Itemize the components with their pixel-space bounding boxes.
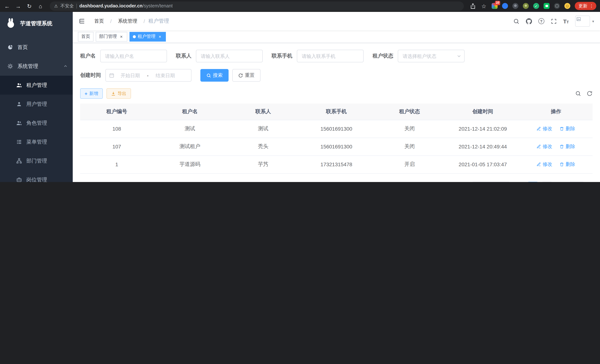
plus-icon: + [84,91,87,96]
edit-link[interactable]: 修改 [537,161,552,168]
breadcrumb-home[interactable]: 首页 [94,18,104,25]
list-icon [16,139,22,145]
contact-input[interactable] [196,50,263,62]
users-icon [16,120,22,126]
breadcrumb: 首页 / 系统管理 / 租户管理 [91,18,169,25]
sidebar-item-dept[interactable]: 部门管理 [0,151,73,170]
add-button[interactable]: + 新增 [80,88,103,99]
mobile-input[interactable] [297,50,364,62]
extension-icon[interactable] [512,3,518,9]
sidebar-item-tenant[interactable]: 租户管理 [0,76,73,95]
github-icon[interactable] [525,18,532,24]
extensions-icon[interactable]: 10 [492,3,497,9]
cell-id: 108 [80,120,153,138]
profile-avatar-icon[interactable]: ☺ [564,3,570,9]
extension-icon[interactable] [554,3,560,9]
delete-link[interactable]: 删除 [560,125,575,132]
start-date-input[interactable] [116,73,144,78]
avatar[interactable]: ▾ [575,16,594,27]
tenant-name-label: 租户名 [80,53,96,59]
menu-label: 角色管理 [26,120,47,126]
divider [76,3,77,8]
bookmark-star-icon[interactable]: ☆ [480,3,487,9]
menu-label: 岗位管理 [26,177,47,182]
cell-ops: 修改 删除 [519,120,593,138]
extension-icon[interactable] [544,3,550,9]
browser-toolbar: ← → ↻ ⌂ ⚠ 不安全 dashboard.yudao.iocoder.cn… [0,0,600,12]
update-button[interactable]: 更新 ⋮ [575,2,596,10]
cell-mobile: 15601691300 [300,120,373,138]
close-icon[interactable]: × [119,34,124,39]
update-label: 更新 [579,3,587,9]
breadcrumb-current: 租户管理 [149,18,169,25]
extension-icon[interactable] [523,3,529,9]
fullscreen-icon[interactable] [551,18,557,24]
refresh-icon[interactable] [587,91,593,96]
prev-page-button[interactable] [514,182,524,182]
search-button[interactable]: 搜索 [200,69,229,82]
app-title: 芋道管理系统 [20,20,52,27]
sidebar-item-post[interactable]: 岗位管理 [0,170,73,182]
tenant-name-input[interactable] [100,50,167,62]
security-label: 不安全 [60,3,74,9]
sidebar-toggle-icon[interactable] [79,18,85,25]
toggle-search-icon[interactable] [575,91,581,96]
next-page-button[interactable] [542,182,552,182]
table-row: 1 芋道源码 芋艿 17321315478 开启 2021-01-05 17:0… [80,156,593,173]
tenant-status-input[interactable] [398,50,465,62]
sidebar-item-role[interactable]: 角色管理 [0,113,73,132]
page-size-select[interactable]: 10条/页 [472,182,510,182]
reload-icon[interactable]: ↻ [26,3,33,9]
end-date-input[interactable] [151,73,179,78]
page-1-button[interactable]: 1 [528,182,538,182]
extension-check-icon[interactable]: ✓ [533,3,539,9]
cell-ops: 修改 删除 [519,138,593,156]
font-size-icon[interactable]: TT [563,18,569,24]
sidebar-item-home[interactable]: 首页 [0,38,73,57]
tab-dept[interactable]: 部门管理 × [96,32,127,41]
create-time-label: 创建时间 [80,72,101,79]
app-logo[interactable]: 芋道管理系统 [0,12,73,35]
status-label: 租户状态 [373,53,393,59]
col-header-ops: 操作 [519,103,593,120]
sidebar-item-user[interactable]: 用户管理 [0,95,73,113]
cell-contact: 测试 [226,120,300,138]
back-icon[interactable]: ← [4,3,10,9]
filter-row-1: 租户名 联系人 联系手机 租户状态 [80,50,593,62]
extension-icon[interactable] [502,3,508,9]
cell-contact: 芋艿 [226,156,300,173]
menu-label: 首页 [18,44,28,51]
edit-link[interactable]: 修改 [537,125,552,132]
home-icon[interactable]: ⌂ [37,3,44,9]
help-icon[interactable]: ? [538,18,544,24]
address-bar[interactable]: ⚠ 不安全 dashboard.yudao.iocoder.cn/system/… [50,1,464,10]
active-dot [133,35,136,38]
forward-icon[interactable]: → [15,3,21,9]
cell-name: 测试租户 [153,138,227,156]
reset-button[interactable]: 重置 [232,69,261,82]
tab-home[interactable]: 首页 [78,32,94,41]
sidebar-item-system[interactable]: 系统管理 [0,57,73,76]
edit-link[interactable]: 修改 [537,143,552,150]
share-icon[interactable] [470,3,476,9]
close-icon[interactable]: × [157,34,162,39]
download-icon [111,91,116,96]
export-button[interactable]: 导出 [106,88,131,99]
user-icon [16,101,22,107]
tab-tenant[interactable]: 租户管理 × [130,32,166,41]
search-icon[interactable] [513,18,519,24]
cell-name: 测试 [153,120,227,138]
dashboard-icon [7,45,13,50]
breadcrumb-system[interactable]: 系统管理 [118,18,137,25]
delete-link[interactable]: 删除 [560,143,575,150]
create-time-range-picker[interactable]: - [105,69,191,82]
delete-link[interactable]: 删除 [560,161,575,168]
breadcrumb-separator: / [110,18,112,24]
org-tree-icon [16,158,22,164]
tenant-status-select[interactable] [398,50,465,62]
sidebar-item-menu[interactable]: 菜单管理 [0,132,73,151]
url-text: dashboard.yudao.iocoder.cn/system/tenant [79,3,173,9]
goto-page-input[interactable] [569,182,584,182]
table-row: 108 测试 测试 15601691300 关闭 2021-12-14 21:0… [80,120,593,138]
refresh-icon [238,73,243,78]
